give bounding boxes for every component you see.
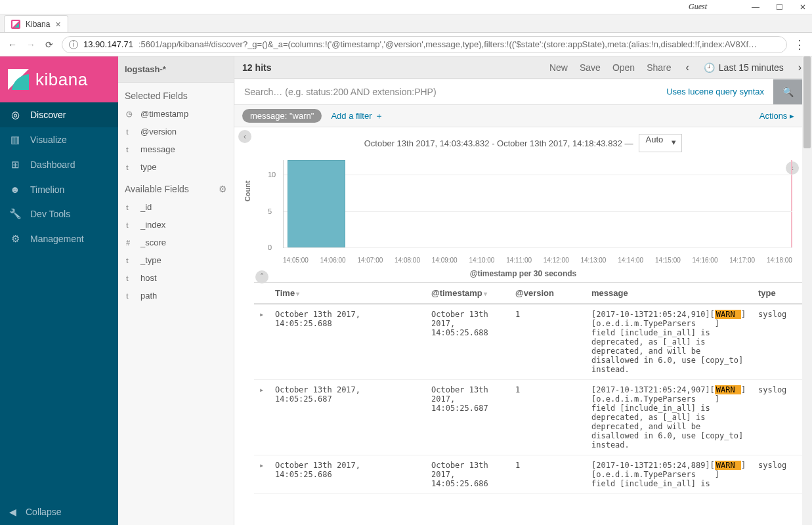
time-prev-icon[interactable]: ‹ [683, 62, 692, 74]
clock-icon: 🕘 [704, 62, 715, 73]
browser-tab[interactable]: Kibana × [4, 15, 68, 32]
date-range-text: October 13th 2017, 14:03:43.832 - Octobe… [364, 138, 633, 148]
cell-timestamp: October 13th 2017, 14:05:25.686 [426, 455, 510, 494]
plus-icon: ＋ [375, 110, 383, 122]
visualize-icon: ▥ [9, 134, 21, 146]
field-name: _type [140, 255, 161, 265]
field-type-icon: t [126, 292, 134, 300]
xtick: 14:17:00 [729, 257, 755, 264]
cell-type: syslog [753, 455, 792, 475]
field-name: _score [140, 238, 166, 247]
sidebar-item-visualize[interactable]: ▥Visualize [0, 127, 118, 152]
col-version[interactable]: @version [510, 283, 586, 303]
sidebar-collapse[interactable]: ◀ Collapse [0, 499, 118, 525]
nav-forward-icon[interactable]: → [25, 39, 37, 50]
sidebar-item-timelion[interactable]: ☻Timelion [0, 177, 118, 201]
scrollbar-thumb[interactable] [803, 56, 811, 148]
field-type-icon: # [126, 239, 134, 247]
expand-row-icon[interactable]: ▸ [254, 380, 270, 400]
field-type-icon: t [126, 146, 134, 154]
field-message[interactable]: tmessage [118, 140, 234, 158]
address-bar[interactable]: i 13.90.147.71:5601/app/kibana#/discover… [62, 36, 787, 53]
browser-menu-icon[interactable]: ⋮ [794, 37, 805, 52]
browser-toolbar: ← → ⟳ i 13.90.147.71:5601/app/kibana#/di… [0, 33, 812, 56]
lucene-hint-link[interactable]: Uses lucene query syntax [666, 87, 764, 96]
xtick: 14:11:00 [506, 257, 532, 264]
field-type-icon: t [126, 163, 134, 171]
expand-chart-icon[interactable]: ˄ [255, 270, 268, 284]
xtick: 14:13:00 [581, 257, 607, 264]
field-type[interactable]: ttype [118, 158, 234, 176]
collapse-left-icon[interactable]: ‹ [238, 130, 251, 143]
window-close-icon[interactable]: ✕ [798, 3, 808, 12]
cell-version: 1 [510, 304, 586, 324]
field-id[interactable]: t_id [118, 198, 234, 216]
interval-select[interactable]: Auto [639, 134, 683, 152]
brand[interactable]: kibana [0, 56, 118, 102]
field-name: path [140, 291, 157, 301]
field-type[interactable]: t_type [118, 251, 234, 269]
sidebar-item-management[interactable]: ⚙Management [0, 226, 118, 251]
search-button[interactable]: 🔍 [773, 79, 802, 104]
cell-version: 1 [510, 455, 586, 475]
save-button[interactable]: Save [580, 62, 601, 73]
fields-settings-icon[interactable]: ⚙ [219, 184, 227, 194]
sidebar-item-dev-tools[interactable]: 🔧Dev Tools [0, 201, 118, 226]
histogram-bar[interactable] [288, 160, 346, 247]
main: 12 hits New Save Open Share ‹ 🕘 Last 15 … [234, 56, 812, 525]
nav-back-icon[interactable]: ← [7, 39, 18, 50]
field-timestamp[interactable]: ◷@timestamp [118, 105, 234, 123]
field-path[interactable]: tpath [118, 287, 234, 304]
time-picker[interactable]: 🕘 Last 15 minutes [704, 62, 784, 73]
xtick: 14:07:00 [357, 257, 383, 264]
nav-reload-icon[interactable]: ⟳ [43, 39, 55, 50]
vertical-scrollbar[interactable] [802, 56, 812, 525]
expand-row-icon[interactable]: ▸ [254, 304, 270, 324]
sidebar-item-dashboard[interactable]: ⊞Dashboard [0, 152, 118, 177]
ytick: 5 [268, 207, 272, 215]
sidebar-item-discover[interactable]: ◎Discover [0, 102, 118, 127]
top-toolbar: 12 hits New Save Open Share ‹ 🕘 Last 15 … [234, 56, 812, 79]
window-maximize-icon[interactable]: ☐ [774, 3, 784, 12]
index-pattern-title[interactable]: logstash-* [118, 56, 234, 83]
field-index[interactable]: t_index [118, 216, 234, 234]
xtick: 14:14:00 [618, 257, 643, 264]
new-button[interactable]: New [549, 62, 568, 73]
open-button[interactable]: Open [612, 62, 635, 73]
cell-version: 1 [510, 380, 586, 400]
dashboard-icon: ⊞ [9, 159, 21, 171]
tab-close-icon[interactable]: × [55, 19, 60, 30]
chart-ylabel: Count [244, 180, 251, 201]
search-input[interactable]: Search… (e.g. status:200 AND extension:P… [235, 79, 773, 104]
cell-time: October 13th 2017, 14:05:25.688 [270, 304, 426, 333]
cell-type: syslog [753, 380, 792, 400]
xtick: 14:15:00 [655, 257, 681, 264]
chart-plot[interactable]: 0510 [283, 160, 792, 248]
xtick: 14:09:00 [432, 257, 458, 264]
filter-actions-button[interactable]: Actions ▸ [759, 111, 794, 121]
field-score[interactable]: #_score [118, 234, 234, 251]
col-type[interactable]: type [753, 283, 792, 303]
filter-pill[interactable]: message: "warn" [242, 109, 322, 123]
col-message[interactable]: message [586, 283, 753, 303]
share-button[interactable]: Share [647, 62, 671, 73]
field-host[interactable]: thost [118, 269, 234, 287]
add-filter-button[interactable]: Add a filter ＋ [331, 110, 383, 122]
col-time[interactable]: Time▾ [270, 283, 426, 303]
xtick: 14:08:00 [395, 257, 420, 264]
collapse-label: Collapse [26, 507, 61, 517]
browser-tab-title: Kibana [26, 20, 50, 29]
site-info-icon[interactable]: i [69, 40, 78, 49]
hit-count-number: 12 [242, 62, 253, 73]
window-minimize-icon[interactable]: — [750, 3, 761, 12]
expand-row-icon[interactable]: ▸ [254, 455, 270, 475]
cell-timestamp: October 13th 2017, 14:05:25.688 [426, 304, 510, 343]
table-row: ▸October 13th 2017, 14:05:25.687October … [254, 380, 802, 455]
col-timestamp[interactable]: @timestamp▾ [426, 283, 510, 303]
sidebar-item-label: Timelion [30, 184, 64, 195]
brand-label: kibana [35, 70, 88, 90]
field-type-icon: t [126, 274, 134, 282]
field-type-icon: t [126, 257, 134, 264]
sidebar-item-label: Discover [30, 110, 66, 120]
field-version[interactable]: t@version [118, 123, 234, 140]
